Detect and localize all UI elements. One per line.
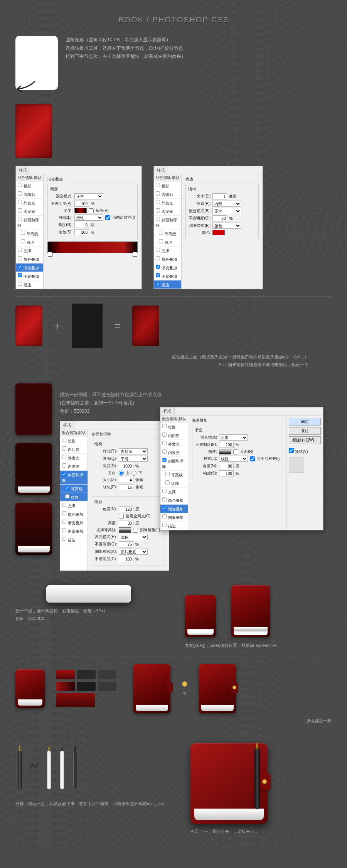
book-with-strap bbox=[133, 664, 170, 713]
book-lined-2 bbox=[231, 585, 270, 637]
gradient-editor-bar[interactable] bbox=[47, 241, 138, 253]
bevel-style-select[interactable]: 内斜面 bbox=[119, 448, 148, 454]
cb-color-overlay bbox=[18, 256, 22, 260]
cb-contour bbox=[21, 231, 25, 235]
stroke-title: 描边 bbox=[185, 177, 259, 182]
style-gradient-overlay-active-2[interactable]: 渐变叠加 bbox=[160, 505, 188, 513]
scale-input[interactable] bbox=[74, 229, 89, 235]
step3-caption: 纹理叠在上面（模式改为柔光~~当然重口味的可以改为叠加o(∩_∩)o*...） … bbox=[15, 353, 332, 369]
style-bevel-active[interactable]: 斜面和浮雕 bbox=[60, 471, 88, 485]
step8-caption: 完工了~~，我闷个去，，老板来了... bbox=[190, 828, 268, 836]
red-cover-sample bbox=[15, 104, 52, 158]
blend-mode-select[interactable]: 正常 bbox=[74, 193, 103, 199]
cb-satin bbox=[18, 248, 22, 252]
step6-caption: 原理都是一样 bbox=[15, 717, 332, 725]
page-title: BOOK / PHOTOSHOP CS3 bbox=[0, 0, 347, 36]
layer-style-panel-gradient-2: 样式 混合选项:默认 投影 内阴影 外发光 内发光 斜面和浮雕 等高线 纹理 光… bbox=[160, 407, 323, 530]
gradient-swatch[interactable] bbox=[74, 208, 87, 213]
new-style-button[interactable]: 新建样式(W)... bbox=[289, 436, 320, 444]
dir-up-radio[interactable] bbox=[119, 471, 124, 476]
layer-style-panel-bevel: 样式 混合选项:默认 投影 内阴影 外发光 内发光 斜面和浮雕 等高线 纹理 光… bbox=[60, 421, 169, 571]
button-samples bbox=[182, 681, 187, 696]
scribble-icon bbox=[29, 760, 40, 772]
step1-caption: 圆角矩形（圆角半径10 PS：半径越大显示就越厚） 选择转换点工具，选择左下角两… bbox=[66, 36, 186, 61]
cb-bevel bbox=[18, 217, 22, 221]
pen-light bbox=[45, 739, 53, 793]
anti-alias-cb[interactable] bbox=[133, 528, 138, 533]
reverse-cb[interactable] bbox=[89, 208, 94, 213]
panel-tab-styles[interactable]: 样式 bbox=[16, 166, 30, 174]
style-list: 混合选项:默认 投影 内阴影 外发光 内发光 斜面和浮雕 等高线 纹理 光泽 颜… bbox=[16, 174, 44, 289]
step7-caption: 分解（耐心一点，我就没静下来，在加上水平有限，只能画出这种鸡嗦o(∩_∩)o） bbox=[15, 800, 167, 808]
red-cover-small bbox=[15, 306, 42, 346]
stroke-opacity-input[interactable] bbox=[212, 215, 227, 221]
pen-light-2 bbox=[58, 739, 66, 793]
opacity-input[interactable] bbox=[74, 201, 89, 207]
bevel-angle-input[interactable] bbox=[119, 506, 133, 512]
style-stroke-active[interactable]: 描边 bbox=[154, 280, 181, 289]
ok-button[interactable]: 确定 bbox=[289, 418, 320, 426]
book-with-pages bbox=[15, 443, 52, 495]
cb-stroke bbox=[18, 282, 22, 285]
layer-style-panel-gradient: 样式 混合选项:默认 投影 内阴影 外发光 内发光 斜面和浮雕 等高线 纹理 光… bbox=[15, 166, 142, 289]
cb-pattern-overlay bbox=[18, 273, 22, 277]
book-with-pages-shade bbox=[15, 503, 52, 555]
layer-style-panel-stroke: 样式 混合选项:默认 投影 内阴影 外发光 内发光 斜面和浮雕 等高线 纹理 光… bbox=[153, 166, 263, 289]
gradient-title: 渐变叠加 bbox=[47, 177, 138, 182]
align-cb[interactable] bbox=[105, 215, 110, 220]
texture-sample bbox=[72, 304, 103, 348]
stroke-size-input[interactable] bbox=[212, 193, 227, 199]
style-list-stroke: 混合选项:默认 投影 内阴影 外发光 内发光 斜面和浮雕 等高线 纹理 光泽 颜… bbox=[154, 174, 182, 289]
book-lined bbox=[185, 595, 216, 637]
highlight-opacity-input[interactable] bbox=[119, 541, 133, 547]
step5b-caption: 复制(ctrl+j)，ctrl+t,移好位置，然后ctrl+alt+shift+… bbox=[185, 642, 332, 650]
page-strip bbox=[46, 585, 131, 603]
textured-cover bbox=[132, 306, 159, 346]
shadow-mode-select[interactable]: 正片叠底 bbox=[119, 549, 148, 555]
stroke-blend-select[interactable]: 正常 bbox=[212, 208, 241, 214]
pen-dark bbox=[15, 739, 24, 793]
bevel-method-select[interactable]: 平滑 bbox=[119, 456, 148, 462]
book-with-button bbox=[199, 664, 236, 713]
preview-cb[interactable] bbox=[289, 448, 294, 453]
gloss-contour-swatch[interactable] bbox=[119, 527, 131, 533]
pen-outline bbox=[71, 739, 79, 793]
plus-icon: + bbox=[50, 320, 64, 332]
panel-tab-styles[interactable]: 样式 bbox=[154, 166, 168, 174]
stroke-pos-select[interactable]: 内部 bbox=[212, 201, 241, 207]
book-back-dark bbox=[15, 383, 52, 435]
bevel-size-input[interactable] bbox=[119, 477, 133, 483]
equals-icon: = bbox=[110, 320, 124, 332]
color-swatches bbox=[56, 670, 122, 707]
cb-outer-glow bbox=[18, 200, 22, 204]
global-light-cb[interactable] bbox=[119, 514, 124, 519]
shadow-opacity-input[interactable] bbox=[119, 556, 133, 562]
stroke-fill-select[interactable]: 颜色 bbox=[212, 223, 241, 229]
final-book bbox=[190, 743, 268, 824]
bevel-soften-input[interactable] bbox=[119, 484, 133, 490]
angle-input[interactable] bbox=[74, 222, 89, 228]
arrow-icon bbox=[13, 81, 37, 92]
cancel-button[interactable]: 复位 bbox=[289, 427, 320, 435]
style-gradient-overlay-active[interactable]: 渐变叠加 bbox=[16, 263, 43, 272]
preview-swatch bbox=[289, 458, 304, 473]
gradient-style-select[interactable]: 线性 bbox=[74, 214, 103, 221]
highlight-mode-select[interactable]: 滤色 bbox=[119, 534, 148, 540]
panel-button-column: 确定 复位 新建样式(W)... 预览(V) bbox=[286, 415, 323, 530]
cb-gradient-overlay bbox=[18, 265, 22, 269]
dir-down-radio[interactable] bbox=[131, 471, 136, 476]
book-small bbox=[15, 669, 45, 708]
cb-inner-glow bbox=[18, 208, 22, 212]
cb-inner-shadow bbox=[18, 191, 22, 195]
step5-caption: 新一个层，画一条路径，右击描边，铅笔（1Px） 色值：C3C3C3 bbox=[15, 607, 162, 623]
cb-drop-shadow bbox=[18, 183, 22, 187]
final-pen bbox=[254, 740, 260, 809]
bevel-altitude-input[interactable] bbox=[119, 520, 133, 526]
stroke-color-swatch[interactable] bbox=[212, 230, 225, 235]
bevel-depth-input[interactable] bbox=[119, 463, 133, 469]
cb-texture bbox=[21, 239, 25, 243]
